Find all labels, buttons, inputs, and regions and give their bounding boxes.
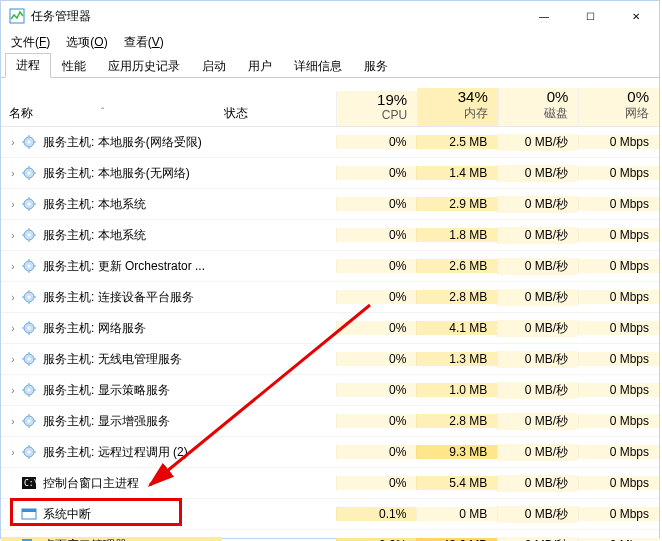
expand-icon[interactable]: ›	[7, 416, 19, 427]
title-bar[interactable]: 任务管理器 — ☐ ✕	[1, 1, 659, 31]
network-cell: 0 Mbps	[578, 259, 659, 273]
memory-cell: 1.3 MB	[416, 352, 497, 366]
process-row[interactable]: ›服务主机: 本地系统0%1.8 MB0 MB/秒0 Mbps	[1, 220, 659, 251]
network-cell: 0 Mbps	[578, 166, 659, 180]
column-status[interactable]: 状态	[224, 105, 337, 126]
cpu-cell: 0%	[336, 166, 417, 180]
process-row[interactable]: ›服务主机: 网络服务0%4.1 MB0 MB/秒0 Mbps	[1, 313, 659, 344]
svg-point-26	[28, 265, 31, 268]
minimize-button[interactable]: —	[521, 1, 567, 31]
process-row[interactable]: ›服务主机: 本地服务(无网络)0%1.4 MB0 MB/秒0 Mbps	[1, 158, 659, 189]
memory-cell: 2.6 MB	[416, 259, 497, 273]
expand-icon[interactable]: ›	[7, 137, 19, 148]
expand-icon[interactable]: ›	[7, 447, 19, 458]
expand-icon[interactable]: ›	[7, 354, 19, 365]
expand-icon[interactable]: ›	[7, 323, 19, 334]
process-row[interactable]: 桌面窗口管理器2.6%43.6 MB0 MB/秒0 Mbps	[1, 530, 659, 541]
process-row[interactable]: ›服务主机: 连接设备平台服务0%2.8 MB0 MB/秒0 Mbps	[1, 282, 659, 313]
mem-total: 34%	[418, 88, 488, 105]
process-name: 服务主机: 本地系统	[43, 196, 146, 213]
expand-icon[interactable]: ›	[7, 385, 19, 396]
svg-point-38	[28, 327, 31, 330]
memory-cell: 2.8 MB	[416, 290, 497, 304]
gear-icon	[21, 320, 37, 336]
expand-icon[interactable]: ›	[7, 261, 19, 272]
column-cpu[interactable]: 19% CPU	[336, 91, 417, 126]
cmd-icon: C:\	[21, 475, 37, 491]
process-row[interactable]: ›服务主机: 显示增强服务0%2.8 MB0 MB/秒0 Mbps	[1, 406, 659, 437]
expand-icon[interactable]: ›	[7, 230, 19, 241]
maximize-button[interactable]: ☐	[567, 1, 613, 31]
column-status-label: 状态	[224, 106, 248, 120]
cpu-cell: 0%	[336, 135, 417, 149]
tab-启动[interactable]: 启动	[191, 54, 237, 78]
process-name: 桌面窗口管理器	[43, 537, 127, 542]
svg-point-56	[28, 420, 31, 423]
process-row[interactable]: ›服务主机: 无线电管理服务0%1.3 MB0 MB/秒0 Mbps	[1, 344, 659, 375]
expand-icon[interactable]: ›	[7, 292, 19, 303]
column-memory[interactable]: 34% 内存	[417, 88, 498, 126]
process-name: 服务主机: 连接设备平台服务	[43, 289, 194, 306]
cpu-cell: 0%	[336, 414, 417, 428]
cpu-cell: 0%	[336, 352, 417, 366]
process-row[interactable]: C:\控制台窗口主进程0%5.4 MB0 MB/秒0 Mbps	[1, 468, 659, 499]
menu-o[interactable]: 选项(O)	[60, 32, 113, 53]
process-name: 服务主机: 无线电管理服务	[43, 351, 182, 368]
gear-icon	[21, 351, 37, 367]
disk-cell: 0 MB/秒	[497, 165, 578, 182]
window-title: 任务管理器	[31, 8, 91, 25]
cpu-cell: 0%	[336, 290, 417, 304]
disk-cell: 0 MB/秒	[497, 289, 578, 306]
memory-cell: 2.5 MB	[416, 135, 497, 149]
expand-icon[interactable]: ›	[7, 199, 19, 210]
disk-cell: 0 MB/秒	[497, 351, 578, 368]
disk-cell: 0 MB/秒	[497, 258, 578, 275]
network-cell: 0 Mbps	[578, 445, 659, 459]
svg-point-32	[28, 296, 31, 299]
process-row[interactable]: 系统中断0.1%0 MB0 MB/秒0 Mbps	[1, 499, 659, 530]
network-cell: 0 Mbps	[578, 228, 659, 242]
memory-cell: 1.0 MB	[416, 383, 497, 397]
process-name-cell: ›服务主机: 本地系统	[1, 227, 222, 244]
svg-rect-0	[10, 9, 24, 23]
column-disk[interactable]: 0% 磁盘	[498, 88, 579, 126]
process-row[interactable]: ›服务主机: 本地系统0%2.9 MB0 MB/秒0 Mbps	[1, 189, 659, 220]
disk-cell: 0 MB/秒	[497, 227, 578, 244]
process-name-cell: C:\控制台窗口主进程	[1, 475, 222, 492]
tab-应用历史记录[interactable]: 应用历史记录	[97, 54, 191, 78]
svg-point-2	[28, 141, 31, 144]
network-cell: 0 Mbps	[578, 197, 659, 211]
column-network[interactable]: 0% 网络	[578, 88, 659, 126]
tab-性能[interactable]: 性能	[51, 54, 97, 78]
tab-详细信息[interactable]: 详细信息	[283, 54, 353, 78]
gear-icon	[21, 444, 37, 460]
process-name: 服务主机: 显示增强服务	[43, 413, 170, 430]
expand-icon[interactable]: ›	[7, 168, 19, 179]
tab-用户[interactable]: 用户	[237, 54, 283, 78]
gear-icon	[21, 382, 37, 398]
menu-v[interactable]: 查看(V)	[118, 32, 170, 53]
disk-cell: 0 MB/秒	[497, 506, 578, 523]
process-row[interactable]: ›服务主机: 显示策略服务0%1.0 MB0 MB/秒0 Mbps	[1, 375, 659, 406]
column-name[interactable]: 名称 ˆ	[1, 105, 224, 126]
gear-icon	[21, 196, 37, 212]
process-row[interactable]: ›服务主机: 本地服务(网络受限)0%2.5 MB0 MB/秒0 Mbps	[1, 127, 659, 158]
process-name-cell: ›服务主机: 连接设备平台服务	[1, 289, 222, 306]
network-cell: 0 Mbps	[578, 383, 659, 397]
svg-point-14	[28, 203, 31, 206]
cpu-label: CPU	[382, 108, 407, 122]
network-cell: 0 Mbps	[578, 321, 659, 335]
close-button[interactable]: ✕	[613, 1, 659, 31]
gear-icon	[21, 413, 37, 429]
tab-服务[interactable]: 服务	[353, 54, 399, 78]
process-name: 控制台窗口主进程	[43, 475, 139, 492]
process-row[interactable]: ›服务主机: 远程过程调用 (2)0%9.3 MB0 MB/秒0 Mbps	[1, 437, 659, 468]
process-name: 服务主机: 本地服务(无网络)	[43, 165, 190, 182]
menu-f[interactable]: 文件(F)	[5, 32, 56, 53]
tab-进程[interactable]: 进程	[5, 53, 51, 78]
process-row[interactable]: ›服务主机: 更新 Orchestrator ...0%2.6 MB0 MB/秒…	[1, 251, 659, 282]
memory-cell: 9.3 MB	[416, 445, 497, 459]
memory-cell: 1.8 MB	[416, 228, 497, 242]
memory-cell: 2.9 MB	[416, 197, 497, 211]
tab-bar: 进程性能应用历史记录启动用户详细信息服务	[1, 53, 659, 78]
